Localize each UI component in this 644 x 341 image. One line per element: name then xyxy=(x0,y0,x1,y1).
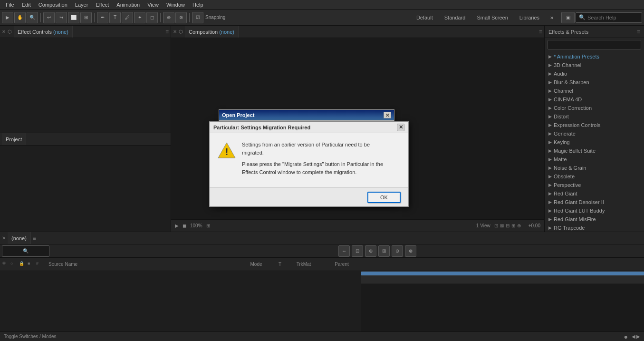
effect-controls-menu[interactable]: ≡ xyxy=(165,29,169,35)
viewer-icon-5[interactable]: ⊕ xyxy=(517,223,521,228)
snapping-checkbox[interactable]: ☑ xyxy=(192,12,203,23)
effect-item-12[interactable]: ▶Matte xyxy=(545,155,644,164)
menu-window[interactable]: Window xyxy=(163,0,189,9)
tool-puppet[interactable]: ⊕ xyxy=(163,12,174,23)
effects-presets-menu[interactable]: ≡ xyxy=(637,29,640,35)
effect-item-6[interactable]: ▶Color Correction xyxy=(545,104,644,112)
effect-arrow-4: ▶ xyxy=(548,88,552,93)
effect-item-11[interactable]: ▶Magic Bullet Suite xyxy=(545,146,644,155)
effect-controls-icon: ⬡ xyxy=(8,29,12,34)
effect-item-20[interactable]: ▶RG Trapcode xyxy=(545,224,644,232)
effect-item-19[interactable]: ▶Red Giant MisFire xyxy=(545,215,644,224)
workspace-libraries[interactable]: Libraries xyxy=(516,14,543,21)
toggle-label[interactable]: Toggle Switches / Modes xyxy=(4,334,57,339)
timeline-toolbar: 🔍 ↔ ⊡ ⊕ ⊞ ⊙ ⊗ xyxy=(0,244,644,258)
viewer-zoom[interactable]: 100% xyxy=(190,223,202,228)
timeline-btn-4[interactable]: ⊞ xyxy=(378,245,390,257)
renderer-btn[interactable]: ▣ xyxy=(561,12,575,23)
workspace-default[interactable]: Default xyxy=(413,14,437,21)
menu-layer[interactable]: Layer xyxy=(71,0,92,9)
workspace-expand[interactable]: » xyxy=(547,13,557,22)
viewer-icon-1[interactable]: ⊡ xyxy=(494,223,498,228)
menu-help[interactable]: Help xyxy=(189,0,207,9)
search-box[interactable]: 🔍 xyxy=(576,12,642,23)
viewer-icon-3[interactable]: ⊟ xyxy=(506,223,509,228)
timeline-btn-1[interactable]: ↔ xyxy=(338,245,350,257)
effect-arrow-12: ▶ xyxy=(548,157,552,162)
particular-close[interactable]: ✕ xyxy=(397,124,404,131)
timeline-close[interactable]: ✕ xyxy=(2,235,6,241)
timeline-btn-6[interactable]: ⊗ xyxy=(405,245,416,257)
nav-left[interactable]: ◀ xyxy=(632,334,635,339)
viewer-icon-4[interactable]: ⊞ xyxy=(511,223,515,228)
menu-file[interactable]: File xyxy=(2,0,18,9)
left-panel: ✕ ⬡ Effect Controls (none) ≡ Project xyxy=(0,26,171,232)
comp-menu[interactable]: ≡ xyxy=(539,29,542,35)
effect-item-3[interactable]: ▶Blur & Sharpen xyxy=(545,78,644,87)
tool-shape[interactable]: ⊗ xyxy=(175,12,187,23)
timeline-btn-3[interactable]: ⊕ xyxy=(365,245,376,257)
menu-composition[interactable]: Composition xyxy=(35,0,71,9)
project-panel xyxy=(0,146,171,232)
viewer-snap[interactable]: ⊞ xyxy=(206,223,210,228)
timeline-btn-2[interactable]: ⊡ xyxy=(352,245,363,257)
tab-composition[interactable]: Composition (none) xyxy=(185,26,239,38)
effect-controls-close[interactable]: ✕ xyxy=(2,29,6,34)
viewer-icon-2[interactable]: ⊠ xyxy=(500,223,504,228)
effect-item-7[interactable]: ▶Distort xyxy=(545,112,644,121)
timeline-scrollbar[interactable] xyxy=(361,271,644,276)
tool-eraser[interactable]: ◻ xyxy=(146,12,158,23)
tool-region[interactable]: ⬜ xyxy=(68,12,79,23)
effect-arrow-8: ▶ xyxy=(548,123,552,127)
tool-paint[interactable]: 🖊 xyxy=(122,12,133,23)
tool-select[interactable]: ▶ xyxy=(2,12,13,23)
effect-item-14[interactable]: ▶Obsolete xyxy=(545,172,644,181)
tool-hand[interactable]: ✋ xyxy=(14,12,26,23)
tool-zoom[interactable]: 🔍 xyxy=(27,12,38,23)
search-input[interactable] xyxy=(587,15,639,20)
tool-grid[interactable]: ⊞ xyxy=(80,12,92,23)
effect-item-9[interactable]: ▶Generate xyxy=(545,129,644,138)
ok-button[interactable]: OK xyxy=(367,192,401,203)
menu-effect[interactable]: Effect xyxy=(92,0,113,9)
viewer-render-icon2[interactable]: ◼ xyxy=(183,223,186,228)
effect-item-17[interactable]: ▶Red Giant Denoiser II xyxy=(545,198,644,206)
effects-search-input[interactable] xyxy=(551,42,638,48)
effect-item-15[interactable]: ▶Perspective xyxy=(545,181,644,189)
effect-item-16[interactable]: ▶Red Giant xyxy=(545,189,644,198)
menu-view[interactable]: View xyxy=(144,0,163,9)
tab-timeline[interactable]: (none) xyxy=(8,232,31,244)
timeline-search[interactable]: 🔍 xyxy=(2,245,49,257)
tool-clone[interactable]: ✦ xyxy=(134,12,145,23)
effect-item-2[interactable]: ▶Audio xyxy=(545,69,644,78)
tool-pen[interactable]: ✒ xyxy=(97,12,108,23)
effect-item-13[interactable]: ▶Noise & Grain xyxy=(545,164,644,172)
timeline-scrollbar-thumb[interactable] xyxy=(361,272,644,275)
effect-item-0[interactable]: ▶* Animation Presets xyxy=(545,52,644,61)
tab-effect-controls[interactable]: Effect Controls (none) xyxy=(14,26,73,38)
effect-item-5[interactable]: ▶CINEMA 4D xyxy=(545,95,644,104)
timeline-right xyxy=(361,271,644,331)
tab-project[interactable]: Project xyxy=(2,133,26,145)
effect-label-1: 3D Channel xyxy=(554,62,581,68)
timeline-menu[interactable]: ≡ xyxy=(33,235,36,242)
menu-edit[interactable]: Edit xyxy=(18,0,35,9)
effect-item-10[interactable]: ▶Keying xyxy=(545,138,644,146)
menu-animation[interactable]: Animation xyxy=(113,0,144,9)
timeline-btn-5[interactable]: ⊙ xyxy=(392,245,403,257)
effects-search-box[interactable] xyxy=(548,40,641,49)
tool-text[interactable]: T xyxy=(109,12,121,23)
open-project-close[interactable]: ✕ xyxy=(384,112,391,118)
tool-redo[interactable]: ↪ xyxy=(56,12,67,23)
effect-item-8[interactable]: ▶Expression Controls xyxy=(545,121,644,129)
viewer-render-icon[interactable]: ▶ xyxy=(175,223,179,228)
workspace-small-screen[interactable]: Small Screen xyxy=(473,14,511,21)
effect-arrow-19: ▶ xyxy=(548,217,552,222)
effect-item-1[interactable]: ▶3D Channel xyxy=(545,61,644,69)
workspace-standard[interactable]: Standard xyxy=(441,14,470,21)
nav-right[interactable]: ▶ xyxy=(636,334,640,339)
effect-item-18[interactable]: ▶Red Giant LUT Buddy xyxy=(545,206,644,215)
tool-undo[interactable]: ↩ xyxy=(43,12,55,23)
comp-close[interactable]: ✕ xyxy=(173,29,177,34)
effect-item-4[interactable]: ▶Channel xyxy=(545,87,644,95)
